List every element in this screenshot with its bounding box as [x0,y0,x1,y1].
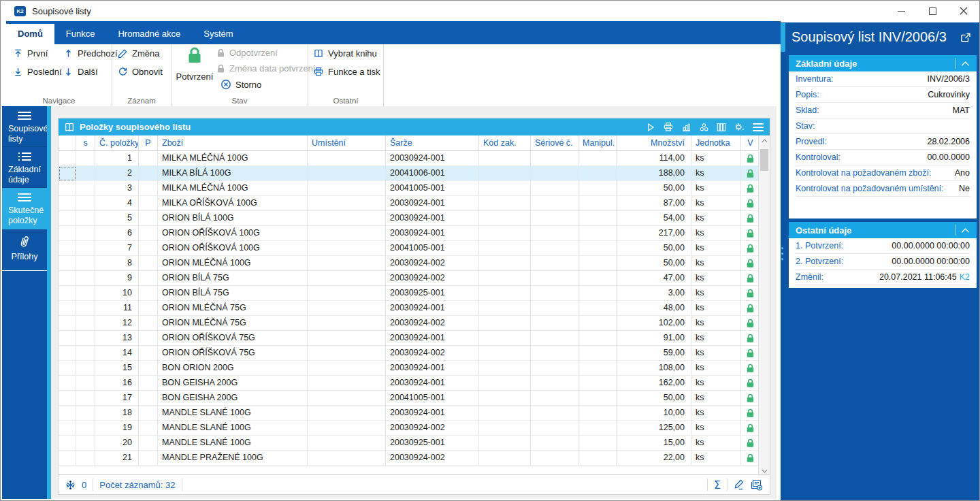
table-cell[interactable] [479,226,531,241]
table-row[interactable]: 2MILKA BÍLÁ 100G20041006-001188,00ks [59,166,760,181]
table-row[interactable]: 13ORION OŘÍŠKOVÁ 75G20030924-00191,00ks [59,331,760,346]
table-cell[interactable] [531,286,578,301]
columns-icon[interactable] [717,123,726,132]
table-cell[interactable] [578,376,617,391]
vertical-scrollbar[interactable] [758,135,770,476]
table-cell[interactable]: 87,00 [617,196,691,211]
column-header-jednotka[interactable]: Jednotka [691,135,741,151]
table-cell[interactable] [479,301,531,316]
table-row[interactable]: 9ORION BÍLÁ 75G20030924-00247,00ks [59,271,760,286]
table-row[interactable]: 8ORION MLÉČNÁ 100G20030924-00250,00ks [59,256,760,271]
table-cell[interactable]: ks [691,421,741,436]
table-cell[interactable] [531,406,578,421]
table-cell[interactable] [76,346,95,361]
table-cell[interactable] [531,361,578,376]
table-cell[interactable]: 2 [95,166,139,181]
table-cell[interactable]: ks [691,301,741,316]
table-cell[interactable]: ORION MLÉČNÁ 75G [158,301,308,316]
table-cell[interactable] [578,166,617,181]
column-header-p[interactable]: P [139,135,158,151]
table-cell[interactable]: 15,00 [617,436,691,451]
table-cell[interactable]: 20 [95,436,139,451]
settings-icon[interactable] [734,122,745,132]
table-cell[interactable] [76,241,95,256]
table-cell[interactable] [578,226,617,241]
table-row[interactable]: 21MANDLE PRAŽENÉ 100G20030924-00222,00ks [59,451,760,466]
table-cell[interactable] [479,451,531,466]
table-row[interactable]: 19MANDLE SLANÉ 100G20030924-002125,00ks [59,421,760,436]
table-cell[interactable] [139,226,158,241]
table-cell[interactable]: 20041005-001 [386,181,479,196]
table-cell[interactable] [741,421,760,436]
table-cell[interactable] [741,286,760,301]
table-cell[interactable]: 3,00 [617,286,691,301]
table-cell[interactable] [741,346,760,361]
table-cell[interactable]: ks [691,346,741,361]
table-cell[interactable] [76,226,95,241]
table-cell[interactable] [76,181,95,196]
table-cell[interactable] [578,181,617,196]
table-cell[interactable] [59,391,76,406]
table-cell[interactable] [308,421,386,436]
table-cell[interactable]: 20030924-001 [386,376,479,391]
table-cell[interactable] [531,331,578,346]
table-cell[interactable] [139,376,158,391]
table-cell[interactable]: 4 [95,196,139,211]
table-cell[interactable] [308,436,386,451]
table-cell[interactable] [531,421,578,436]
table-cell[interactable]: 3 [95,181,139,196]
table-cell[interactable] [308,391,386,406]
table-cell[interactable]: 50,00 [617,241,691,256]
table-cell[interactable] [531,346,578,361]
table-cell[interactable]: 19 [95,421,139,436]
table-cell[interactable] [741,181,760,196]
table-cell[interactable]: ks [691,436,741,451]
menu-icon[interactable] [752,123,764,132]
change-button[interactable]: Změna [118,48,159,59]
table-cell[interactable]: ks [691,256,741,271]
table-cell[interactable] [76,406,95,421]
table-cell[interactable] [76,271,95,286]
tab-domu[interactable]: Domů [6,24,54,44]
table-cell[interactable] [531,151,578,166]
table-cell[interactable]: MILKA MLÉČNÁ 100G [158,181,308,196]
table-cell[interactable] [531,316,578,331]
change-confirm-date-button[interactable]: Změna data potvrzení [216,63,315,74]
table-cell[interactable]: ORION MLÉČNÁ 75G [158,316,308,331]
table-cell[interactable] [578,151,617,166]
table-row[interactable]: 7ORION OŘÍŠKOVÁ 100G20041005-00150,00ks [59,241,760,256]
table-cell[interactable]: BON GEISHA 200G [158,376,308,391]
table-cell[interactable]: ks [691,151,741,166]
table-cell[interactable] [741,151,760,166]
table-cell[interactable] [308,301,386,316]
table-cell[interactable] [479,271,531,286]
table-cell[interactable]: 20030924-001 [386,226,479,241]
table-cell[interactable]: MILKA MLÉČNÁ 100G [158,151,308,166]
print-icon[interactable] [663,122,674,132]
table-cell[interactable] [479,211,531,226]
table-cell[interactable]: ks [691,196,741,211]
table-cell[interactable] [531,271,578,286]
table-cell[interactable]: 114,00 [617,151,691,166]
table-cell[interactable]: 10,00 [617,406,691,421]
table-cell[interactable] [308,271,386,286]
table-cell[interactable] [479,376,531,391]
table-cell[interactable] [139,166,158,181]
table-cell[interactable]: ORION OŘÍŠKOVÁ 75G [158,346,308,361]
table-cell[interactable] [479,316,531,331]
table-cell[interactable] [139,331,158,346]
table-cell[interactable] [578,241,617,256]
table-cell[interactable] [531,241,578,256]
table-cell[interactable]: ks [691,331,741,346]
table-cell[interactable] [76,376,95,391]
column-header-s[interactable]: s [76,135,95,151]
splitter-handle[interactable] [781,247,783,260]
table-cell[interactable] [59,226,76,241]
section-header[interactable]: Základní údaje [789,55,977,71]
table-cell[interactable]: MILKA OŘÍŠKOVÁ 100G [158,196,308,211]
table-cell[interactable] [308,331,386,346]
sum-icon[interactable]: Σ [714,479,721,491]
table-cell[interactable] [139,301,158,316]
table-row[interactable]: 10ORION BÍLÁ 75G20030925-0013,00ks [59,286,760,301]
table-cell[interactable]: BON GEISHA 200G [158,391,308,406]
